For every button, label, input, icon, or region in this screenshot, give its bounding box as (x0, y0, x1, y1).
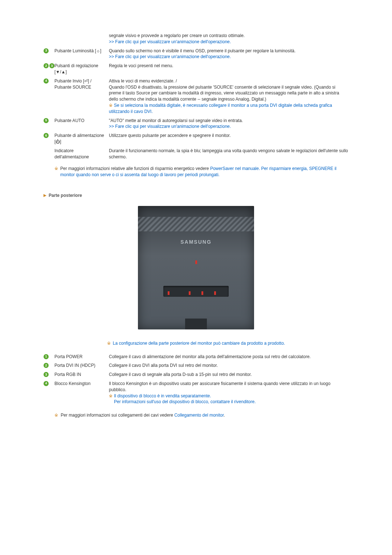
item-label: Porta DVI IN (HDCP) (54, 362, 109, 369)
number-badge: 1 (44, 354, 49, 359)
item-label: Pulsante Invio [⏎] / Pulsante SOURCE (54, 78, 109, 90)
animation-link[interactable]: >> Fare clic qui per visualizzare un'ani… (109, 124, 231, 129)
rear-item-power: 1 Porta POWER Collegare il cavo di alime… (44, 354, 348, 360)
item-label: Pulsanti di regolazione [▼/▲] (54, 63, 109, 75)
item-label: Porta RGB IN (54, 372, 109, 378)
dvi-note: Se si seleziona la modalità digitale, è … (109, 103, 332, 114)
number-badge: 3 (44, 48, 49, 53)
desc-text: Il blocco Kensington è un dispositivo us… (109, 381, 330, 392)
monitor-stand (185, 319, 207, 329)
rear-ports-list: 1 Porta POWER Collegare il cavo di alime… (44, 354, 348, 405)
port-marker (201, 291, 203, 295)
number-badge: 3 (49, 63, 54, 68)
desc-text: Collegare il cavo di segnale alla porta … (109, 372, 252, 377)
footer-suffix: . (224, 413, 225, 418)
port-marker (195, 260, 197, 264)
note-marker-icon: ※ (107, 341, 111, 346)
config-variance-note: ※La configurazione della parte posterior… (44, 340, 348, 347)
item-label: Indicatore dell'alimentazione (54, 148, 109, 160)
rear-item-kensington: 4 Blocco Kensington Il blocco Kensington… (44, 381, 348, 405)
animation-link[interactable]: >> Fare clic qui per visualizzare un'ani… (109, 54, 231, 59)
page-content: segnale visivo e provvede a regolarlo pe… (25, 0, 367, 440)
port-marker (168, 291, 170, 295)
monitor-back-illustration: SAMSUNG (138, 206, 254, 329)
number-badge: 3 (44, 372, 49, 377)
cable-connection-note: ※ Per maggiori informazioni sui collegam… (44, 412, 348, 418)
front-item-adjust: 2 3 Pulsanti di regolazione [▼/▲] Regola… (44, 63, 348, 75)
note-marker-icon: ※ (54, 166, 58, 172)
monitor-connection-link[interactable]: Collegamento del monitor (174, 413, 224, 418)
arrow-icon: ▶ (44, 193, 46, 198)
monitor-rear-image: SAMSUNG (44, 206, 348, 329)
connector-panel (163, 286, 229, 297)
number-badge: 4 (44, 381, 49, 386)
number-badge: 4 (44, 78, 49, 84)
front-item-auto: 5 Pulsante AUTO "AUTO" mette al monitor … (44, 118, 348, 130)
front-item-power: 6 Pulsante di alimentazione [⏻] Utilizza… (44, 133, 348, 145)
animation-link[interactable]: >> Fare clic qui per visualizzare un'ani… (109, 39, 231, 44)
front-panel-list: segnale visivo e provvede a regolarlo pe… (44, 33, 348, 160)
front-item-contrast-continuation: segnale visivo e provvede a regolarlo pe… (44, 33, 348, 45)
item-label: Pulsante AUTO (54, 118, 109, 124)
footer-plain: Per maggiori informazioni sui collegamen… (61, 413, 174, 418)
front-item-indicator: Indicatore dell'alimentazione Durante il… (44, 148, 348, 160)
desc-text: Regola le voci presenti nel menu. (109, 63, 173, 68)
vent-stripes (138, 217, 254, 231)
rear-header-label: Parte posteriore (49, 193, 82, 199)
number-badge: 2 (44, 363, 49, 368)
number-badge: 2 (44, 63, 49, 68)
lock-note: Il dispositivo di blocco è in vendita se… (114, 393, 211, 398)
port-marker (214, 291, 216, 295)
desc-text: Collegare il cavo DVI alla porta DVI sul… (109, 363, 218, 368)
number-badge: 6 (44, 133, 49, 138)
desc-text: Collegare il cavo di alimentazione del m… (109, 354, 311, 359)
config-note-text: La configurazione della parte posteriore… (113, 341, 285, 346)
desc-text: Durante il funzionamento normale, la spi… (109, 148, 348, 159)
note-marker-icon: ※ (109, 393, 113, 398)
desc-text: "AUTO" mette al monitor di autoregolarsi… (109, 118, 243, 123)
rear-item-rgb: 3 Porta RGB IN Collegare il cavo di segn… (44, 372, 348, 378)
number-badge: 5 (44, 118, 49, 123)
energy-saving-note: ※ Per maggiori informazioni relative all… (44, 166, 348, 178)
desc-text: segnale visivo e provvede a regolarlo pe… (109, 33, 245, 38)
desc-text: Utilizzare questo pulsante per accendere… (109, 133, 231, 138)
port-marker (189, 291, 191, 295)
rear-section-header: ▶ Parte posteriore (44, 193, 348, 199)
note-marker-icon: ※ (54, 413, 58, 418)
note-plain: Per maggiori informazioni relative alle … (60, 166, 209, 171)
item-label: Porta POWER (54, 354, 109, 360)
note-marker-icon: ※ (109, 103, 113, 108)
lock-note-2: Per informazioni sull'uso del dispositiv… (114, 399, 256, 404)
desc-text: Attiva le voci di menu evidenziate. / Qu… (109, 78, 339, 102)
rear-item-dvi: 2 Porta DVI IN (HDCP) Collegare il cavo … (44, 362, 348, 369)
item-label: Pulsante Luminosità [☼] (54, 48, 109, 54)
samsung-logo: SAMSUNG (180, 239, 212, 246)
front-item-enter-source: 4 Pulsante Invio [⏎] / Pulsante SOURCE A… (44, 78, 348, 115)
desc-text: Quando sullo schermo non è visibile il m… (109, 48, 295, 53)
front-item-brightness: 3 Pulsante Luminosità [☼] Quando sullo s… (44, 48, 348, 60)
item-label: Pulsante di alimentazione [⏻] (54, 133, 109, 145)
item-label: Blocco Kensington (54, 381, 109, 387)
